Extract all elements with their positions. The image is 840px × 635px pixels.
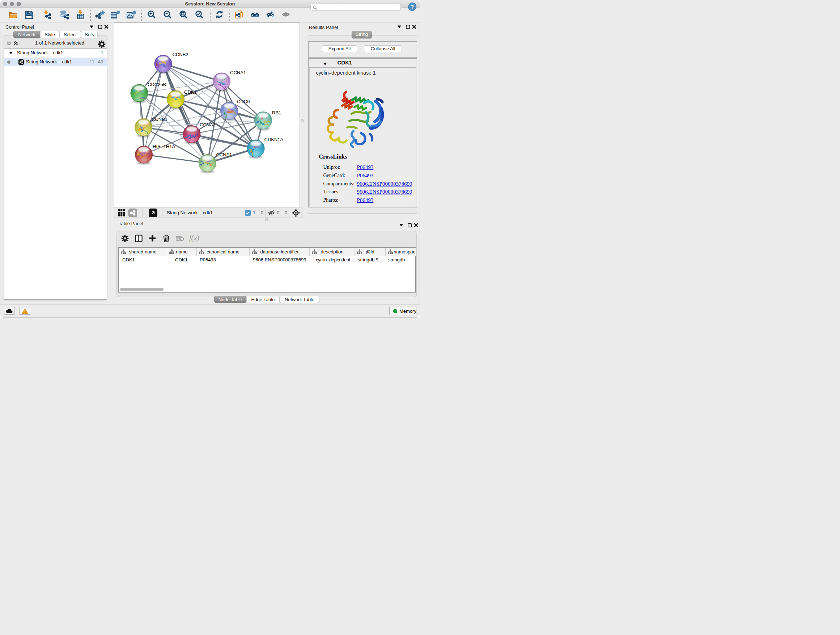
svg-text:CDK1: CDK1 [184, 89, 197, 95]
svg-text:?: ? [411, 4, 414, 10]
svg-text:CDKN1A: CDKN1A [264, 137, 284, 142]
svg-text:RB1: RB1 [272, 110, 281, 116]
svg-text:CDC6: CDC6 [237, 99, 249, 104]
svg-text:CCNB1: CCNB1 [152, 117, 167, 122]
svg-text:HIST1H1A: HIST1H1A [153, 144, 175, 149]
svg-text:CCNA1: CCNA1 [230, 70, 246, 75]
svg-text:CCNB2: CCNB2 [172, 52, 188, 57]
svg-text:CCNE1: CCNE1 [216, 152, 232, 157]
svg-text:CCNA2: CCNA2 [200, 122, 216, 127]
svg-text:CDC25B: CDC25B [148, 82, 166, 87]
